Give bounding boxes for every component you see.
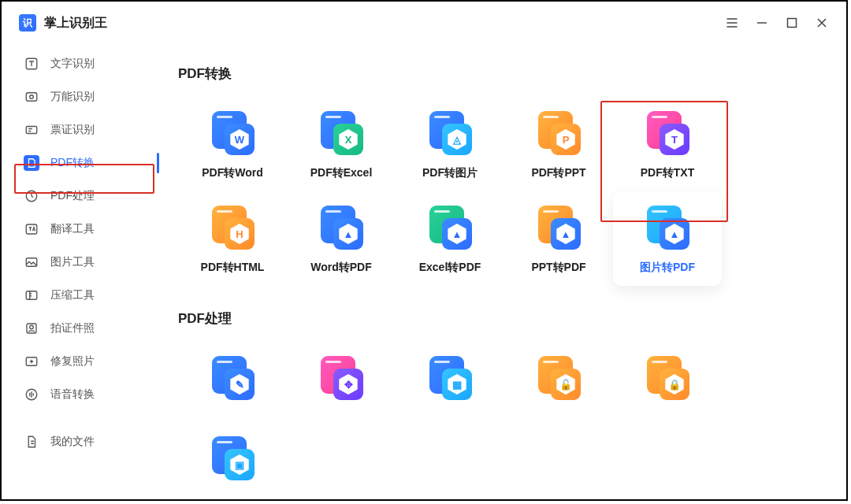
tool-pdf-to-html[interactable]: H PDF转HTML	[178, 191, 287, 286]
file-icon: T	[645, 111, 689, 155]
file-icon: H	[210, 206, 255, 250]
svg-rect-6	[26, 224, 37, 234]
file-icon: ▲	[428, 206, 472, 250]
svg-rect-7	[26, 258, 37, 267]
svg-rect-8	[26, 291, 37, 300]
tool-pdf-compress[interactable]: ▣	[178, 422, 287, 499]
file-icon: W	[210, 111, 255, 155]
app-logo-icon: 识	[19, 14, 36, 32]
sidebar-item-compress[interactable]: 压缩工具	[2, 279, 159, 312]
sidebar-item-pdf-process[interactable]: PDF处理	[2, 180, 159, 213]
app-window: 识 掌上识别王 文字识别 万能识别 票证识别 PDF转换 PDF处理	[0, 0, 848, 501]
sidebar-item-repair-photo[interactable]: 修复照片	[2, 345, 159, 378]
sidebar-menu: 文字识别 万能识别 票证识别 PDF转换 PDF处理 翻译工具	[2, 47, 159, 458]
section-pdf-convert: PDF转换 W PDF转Word X PDF转Excel ◬	[178, 65, 827, 286]
sidebar-item-label: PDF处理	[50, 189, 95, 203]
svg-point-10	[30, 325, 34, 329]
tool-label: 图片转PDF	[640, 261, 695, 275]
minimize-button[interactable]	[755, 16, 769, 30]
sidebar-item-ticket-ocr[interactable]: 票证识别	[2, 113, 159, 146]
file-icon: P	[537, 111, 581, 155]
svg-rect-0	[788, 19, 797, 28]
file-icon: ▲	[645, 206, 689, 250]
tool-label: PDF转Word	[202, 166, 263, 180]
file-icon: 🔓	[537, 356, 581, 400]
sidebar-item-label: 文字识别	[50, 57, 95, 71]
image-icon	[24, 254, 39, 270]
tool-pdf-encrypt[interactable]: 🔒	[613, 342, 722, 422]
tool-pdf-unlock[interactable]: 🔓	[504, 342, 613, 422]
tool-pdf-to-image[interactable]: ◬ PDF转图片	[396, 97, 504, 191]
sidebar-item-my-files[interactable]: 我的文件	[2, 425, 159, 458]
tool-pdf-to-ppt[interactable]: P PDF转PPT	[504, 97, 613, 191]
section-title: PDF转换	[178, 65, 827, 83]
sidebar-item-text-ocr[interactable]: 文字识别	[2, 47, 159, 80]
file-icon: ▦	[428, 356, 472, 400]
window-controls	[725, 16, 829, 30]
tool-image-to-pdf[interactable]: ▲ 图片转PDF	[613, 191, 722, 286]
tool-label: PDF转TXT	[641, 166, 694, 180]
tool-label: PDF转PPT	[531, 166, 585, 180]
tool-label: PDF转图片	[422, 166, 478, 180]
ticket-icon	[24, 122, 39, 138]
audio-icon	[24, 387, 39, 402]
tool-label: Excel转PDF	[419, 261, 481, 275]
file-icon: ▲	[537, 206, 581, 250]
tool-label: Word转PDF	[310, 261, 372, 275]
file-icon: ▣	[210, 436, 255, 480]
process-icon	[24, 188, 39, 204]
tool-pdf-to-excel[interactable]: X PDF转Excel	[287, 97, 396, 191]
sidebar-item-label: 票证识别	[50, 123, 95, 137]
tool-pdf-to-txt[interactable]: T PDF转TXT	[613, 97, 722, 191]
sidebar-item-pdf-convert[interactable]: PDF转换	[2, 146, 159, 180]
sidebar-item-label: 修复照片	[50, 354, 95, 369]
scan-icon	[24, 89, 39, 105]
tool-pdf-split[interactable]: ▦	[396, 342, 504, 422]
file-icon: ✎	[210, 356, 255, 400]
sidebar-item-label: 拍证件照	[50, 321, 95, 335]
tool-pdf-to-word[interactable]: W PDF转Word	[178, 97, 287, 191]
tool-pdf-merge[interactable]: ✥	[287, 342, 396, 422]
sidebar-item-id-photo[interactable]: 拍证件照	[2, 312, 159, 345]
sidebar-item-image-tools[interactable]: 图片工具	[2, 246, 159, 279]
files-icon	[24, 434, 39, 450]
section-pdf-process: PDF处理 ✎ ✥ ▦	[178, 309, 827, 499]
id-photo-icon	[24, 321, 39, 336]
file-icon: 🔒	[645, 356, 689, 400]
sidebar-item-label: 图片工具	[50, 255, 95, 269]
svg-point-3	[30, 95, 34, 99]
tool-label: PDF转Excel	[310, 166, 373, 180]
file-icon: X	[319, 111, 363, 155]
sidebar-item-audio-convert[interactable]: 语音转换	[2, 378, 159, 411]
section-title: PDF处理	[178, 309, 827, 328]
pdf-icon	[24, 155, 39, 171]
text-icon	[24, 56, 39, 72]
tool-grid-convert: W PDF转Word X PDF转Excel ◬ PDF转图片	[178, 97, 827, 286]
sidebar-item-label: 语音转换	[50, 387, 95, 402]
close-button[interactable]	[815, 16, 829, 30]
tool-excel-to-pdf[interactable]: ▲ Excel转PDF	[396, 191, 504, 286]
maximize-button[interactable]	[785, 16, 799, 30]
sidebar-item-translate[interactable]: 翻译工具	[2, 213, 159, 246]
sidebar-item-label: 压缩工具	[50, 288, 95, 302]
sidebar: 识 掌上识别王 文字识别 万能识别 票证识别 PDF转换 PDF处理	[2, 2, 159, 499]
main-content: PDF转换 W PDF转Word X PDF转Excel ◬	[159, 2, 846, 499]
file-icon: ◬	[428, 111, 472, 155]
sidebar-item-label: 翻译工具	[50, 222, 95, 236]
translate-icon	[24, 221, 39, 237]
tool-label: PDF转HTML	[201, 261, 265, 275]
sidebar-item-label: 万能识别	[50, 90, 95, 104]
svg-rect-2	[26, 93, 37, 102]
sidebar-item-label: PDF转换	[50, 156, 95, 170]
compress-icon	[24, 287, 39, 303]
tool-word-to-pdf[interactable]: ▲ Word转PDF	[287, 191, 396, 286]
app-title: 识 掌上识别王	[2, 14, 159, 47]
sidebar-item-label: 我的文件	[50, 435, 95, 449]
sidebar-item-universal-ocr[interactable]: 万能识别	[2, 80, 159, 113]
tool-pdf-edit[interactable]: ✎	[178, 342, 287, 422]
menu-icon[interactable]	[725, 16, 739, 30]
tool-ppt-to-pdf[interactable]: ▲ PPT转PDF	[504, 191, 613, 286]
repair-icon	[24, 354, 39, 369]
file-icon: ▲	[319, 206, 363, 250]
file-icon: ✥	[319, 356, 363, 400]
